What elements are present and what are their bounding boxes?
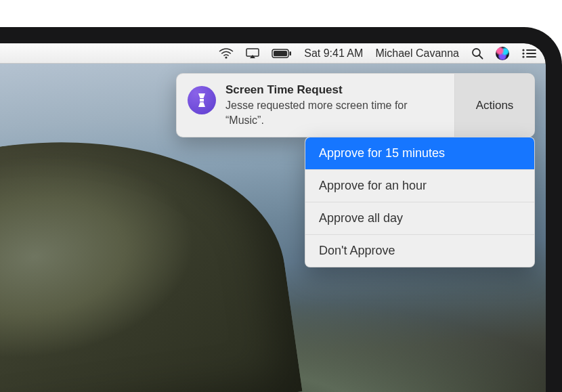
svg-point-0	[225, 56, 228, 58]
notification-content: Screen Time Request Jesse requested more…	[177, 74, 454, 137]
svg-point-9	[522, 52, 524, 54]
airplay-icon[interactable]	[246, 48, 259, 59]
menu-item-dont-approve[interactable]: Don't Approve	[305, 234, 534, 267]
menubar-datetime[interactable]: Sat 9:41 AM	[304, 47, 363, 60]
actions-menu: Approve for 15 minutes Approve for an ho…	[305, 137, 535, 267]
svg-point-7	[522, 49, 524, 51]
notification-body: Jesse requested more screen time for “Mu…	[225, 98, 448, 127]
svg-rect-4	[290, 51, 292, 56]
menu-item-approve-15min[interactable]: Approve for 15 minutes	[305, 137, 534, 169]
notification-center-icon[interactable]	[521, 48, 536, 59]
svg-point-5	[473, 49, 480, 56]
screen-time-notification: Screen Time Request Jesse requested more…	[176, 73, 535, 137]
screen-time-icon	[188, 86, 216, 114]
menu-item-approve-all-day[interactable]: Approve all day	[305, 202, 534, 234]
svg-rect-3	[274, 51, 287, 56]
wifi-icon[interactable]	[219, 48, 234, 59]
battery-icon[interactable]	[272, 49, 292, 58]
notification-actions-button[interactable]: Actions	[454, 74, 534, 137]
screen: Sat 9:41 AM Michael Cavanna Screen Time …	[0, 43, 546, 392]
siri-icon[interactable]	[496, 47, 509, 60]
menubar-username[interactable]: Michael Cavanna	[375, 47, 459, 60]
wallpaper-cliff	[0, 110, 303, 392]
svg-line-6	[479, 56, 483, 59]
spotlight-search-icon[interactable]	[471, 47, 483, 60]
device-bezel: Sat 9:41 AM Michael Cavanna Screen Time …	[0, 27, 562, 392]
svg-point-11	[522, 56, 524, 58]
menu-item-approve-hour[interactable]: Approve for an hour	[305, 169, 534, 202]
desktop: Screen Time Request Jesse requested more…	[0, 64, 546, 392]
menubar: Sat 9:41 AM Michael Cavanna	[0, 43, 546, 64]
notification-title: Screen Time Request	[225, 83, 448, 97]
